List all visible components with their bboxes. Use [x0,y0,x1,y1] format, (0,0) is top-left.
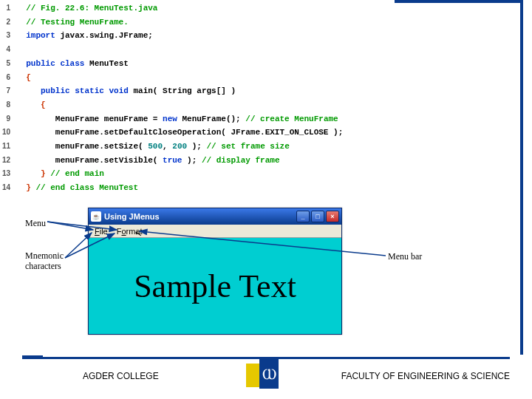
label-menu: Menu [25,218,46,229]
slide-border-top [395,0,523,3]
code-line: 4 [0,43,414,57]
slide-border-right [520,0,523,355]
code-line: 8 { [0,98,414,112]
code-line: 12 menuFrame.setVisible( true ); // disp… [0,154,414,168]
code-line: 13 } // end main [0,167,414,181]
code-line: 10 menuFrame.setDefaultCloseOperation( J… [0,126,414,140]
app-window: ☕ Using JMenus _ □ × File Format ↖ Sampl… [88,208,342,335]
code-line: 11 menuFrame.setSize( 500, 200 ); // set… [0,140,414,154]
minimize-button[interactable]: _ [296,211,310,222]
svg-line-0 [47,222,93,230]
code-line: 5 public class MenuTest [0,57,414,71]
label-menubar: Menu bar [388,251,422,262]
code-line: 2 // Testing MenuFrame. [0,16,414,30]
java-icon: ☕ [91,211,101,222]
code-line: 1 // Fig. 22.6: MenuTest.java [0,1,414,16]
code-line: 3 import javax.swing.JFrame; [0,29,414,43]
titlebar: ☕ Using JMenus _ □ × [89,208,341,225]
code-line: 14 } // end class MenuTest [0,181,414,195]
code-listing: 1 // Fig. 22.6: MenuTest.java2 // Testin… [0,1,414,195]
code-line: 7 public static void main( String args[]… [0,84,414,98]
menubar: File Format ↖ [89,225,341,238]
menu-file[interactable]: File [90,226,112,236]
pillar-icon: Ⲱ [262,366,276,383]
label-mnemonic-1: Mnemonic [25,250,64,262]
window-title: Using JMenus [104,212,160,221]
footer-left: AGDER COLLEGE [83,371,159,381]
college-logo: Ⲱ [246,359,279,392]
footer-right: FACULTY OF ENGINEERING & SCIENCE [341,371,510,381]
client-area: Sample Text [89,238,341,334]
maximize-button[interactable]: □ [311,211,324,222]
window-buttons: _ □ × [296,211,339,222]
close-button[interactable]: × [326,211,339,222]
label-mnemonic-2: characters [25,261,61,272]
code-line: 6 { [0,71,414,85]
sample-text: Sample Text [134,267,296,305]
code-line: 9 MenuFrame menuFrame = new MenuFrame();… [0,112,414,126]
